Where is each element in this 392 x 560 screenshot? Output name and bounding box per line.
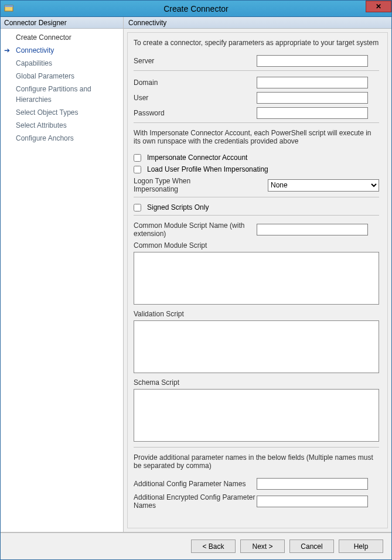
signed-scripts-checkbox[interactable] (134, 204, 141, 211)
separator (134, 122, 379, 123)
close-button[interactable]: ✕ (366, 1, 391, 12)
separator (134, 447, 379, 448)
schema-script-textarea[interactable] (134, 389, 379, 442)
schema-script-label: Schema Script (134, 378, 379, 387)
nav-create-connector[interactable]: Create Connector (1, 31, 123, 44)
close-icon: ✕ (376, 2, 381, 11)
server-input[interactable] (257, 55, 368, 67)
content-body[interactable]: To create a connector, specify parameter… (127, 32, 388, 528)
window-title: Create Connector (163, 4, 229, 13)
content-header: Connectivity (124, 17, 391, 29)
domain-label: Domain (134, 78, 257, 87)
impersonate-checkbox[interactable] (134, 154, 141, 162)
nav-connectivity-label: Connectivity (16, 46, 54, 54)
window: Create Connector ✕ Connector Designer Cr… (0, 0, 392, 560)
logon-type-label: Logon Type When Impersonating (134, 177, 216, 193)
common-module-name-label: Common Module Script Name (with extensio… (134, 221, 257, 238)
password-label: Password (134, 109, 257, 117)
common-module-script-label: Common Module Script (134, 241, 379, 250)
domain-input[interactable] (257, 77, 368, 88)
load-profile-checkbox[interactable] (134, 166, 141, 173)
separator (134, 70, 379, 71)
nav-capabilities[interactable]: Capabilities (1, 57, 123, 70)
sidebar: Connector Designer Create Connector ➔ Co… (1, 17, 124, 532)
logon-type-select[interactable]: None (268, 179, 379, 192)
password-input[interactable] (257, 107, 368, 119)
intro-text: To create a connector, specify parameter… (134, 39, 379, 47)
nav-global-parameters[interactable]: Global Parameters (1, 70, 123, 83)
impersonate-checkbox-label: Impersonate Connector Account (147, 153, 247, 162)
separator (134, 197, 379, 197)
next-button[interactable]: Next > (240, 539, 285, 553)
common-module-script-textarea[interactable] (134, 252, 379, 305)
user-input[interactable] (257, 92, 368, 104)
help-button[interactable]: Help (339, 539, 383, 553)
workarea: Connector Designer Create Connector ➔ Co… (1, 17, 391, 532)
titlebar: Create Connector ✕ (1, 1, 391, 17)
load-profile-checkbox-label: Load User Profile When Impersonating (147, 165, 268, 173)
nav-configure-partitions[interactable]: Configure Partitions and Hierarchies (1, 83, 123, 106)
nav-select-object-types[interactable]: Select Object Types (1, 106, 123, 119)
content-panel: Connectivity To create a connector, spec… (124, 17, 391, 532)
additional-enc-config-label: Additional Encrypted Config Parameter Na… (134, 493, 257, 510)
additional-config-input[interactable] (257, 478, 368, 490)
sidebar-header: Connector Designer (1, 17, 123, 29)
back-button[interactable]: < Back (191, 539, 236, 553)
app-icon (4, 4, 13, 13)
nav-configure-anchors[interactable]: Configure Anchors (1, 132, 123, 145)
validation-script-label: Validation Script (134, 310, 379, 318)
common-module-name-input[interactable] (257, 224, 368, 235)
server-label: Server (134, 57, 257, 65)
impersonate-desc: With Impersonate Connector Account, each… (134, 129, 379, 145)
arrow-right-icon: ➔ (4, 45, 10, 56)
nav-select-attributes[interactable]: Select Attributes (1, 119, 123, 132)
separator (134, 215, 379, 216)
content-body-wrap: To create a connector, specify parameter… (124, 29, 391, 532)
additional-enc-config-input[interactable] (257, 496, 368, 507)
user-label: User (134, 94, 257, 102)
nav-connectivity[interactable]: ➔ Connectivity (1, 44, 123, 57)
svg-rect-1 (5, 5, 13, 7)
additional-params-desc: Provide additional parameter names in th… (134, 453, 379, 470)
footer: < Back Next > Cancel Help (1, 532, 391, 559)
signed-scripts-checkbox-label: Signed Scripts Only (147, 203, 209, 211)
sidebar-body: Create Connector ➔ Connectivity Capabili… (1, 29, 123, 532)
cancel-button[interactable]: Cancel (289, 539, 334, 553)
additional-config-label: Additional Config Parameter Names (134, 480, 257, 488)
validation-script-textarea[interactable] (134, 320, 379, 373)
